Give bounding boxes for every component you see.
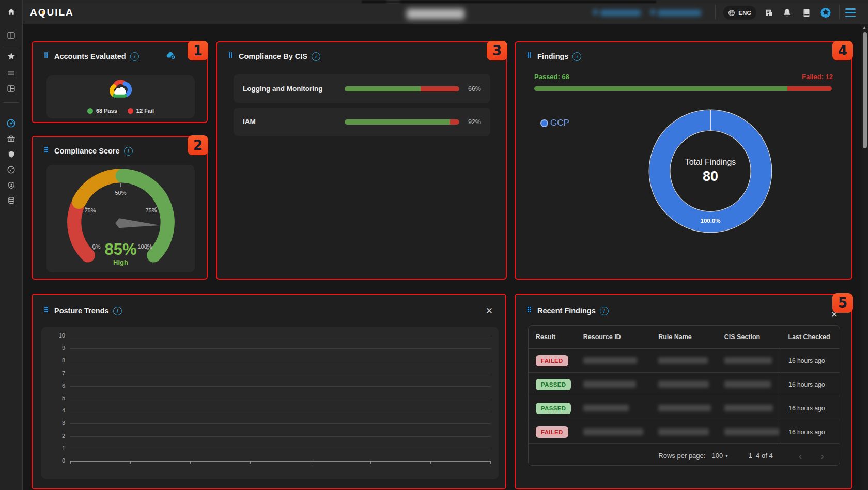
panel-title: Compliance Score (54, 147, 120, 155)
legend-label: 68 Pass (96, 108, 117, 114)
legend-dot (87, 108, 93, 114)
redacted-topbar-item[interactable] (600, 10, 641, 16)
layout-icon (7, 84, 16, 93)
x-axis-tick (430, 461, 431, 464)
sidebar-item-iam[interactable] (6, 180, 17, 190)
next-page-button[interactable]: › (814, 451, 830, 461)
y-axis-tick-label: 10 (52, 332, 65, 339)
sidebar-item-posture-active[interactable] (6, 118, 17, 128)
x-axis-tick (130, 461, 131, 464)
info-icon[interactable]: i (113, 307, 122, 315)
redacted-topbar-item[interactable] (658, 10, 701, 16)
donut-slice-label: 100.0% (700, 218, 720, 224)
info-icon[interactable]: i (124, 147, 133, 156)
cis-row: Logging and Monitoring 66% (234, 74, 490, 103)
donut-legend[interactable]: GCP (541, 118, 569, 128)
account-avatar[interactable] (820, 7, 831, 18)
panel-compliance-score: 2 Compliance Score i 0%25%50%75%100% 85%… (32, 136, 208, 280)
scrollbar-up-arrow[interactable]: ▲ (862, 25, 867, 30)
notifications-button[interactable] (781, 7, 793, 19)
bell-icon (783, 8, 792, 18)
close-posture-button[interactable]: ✕ (486, 307, 493, 315)
sidebar-item-security[interactable] (6, 149, 17, 159)
failed-count-label: Failed: 12 (802, 73, 833, 81)
drag-handle[interactable] (44, 307, 50, 315)
previous-page-button[interactable]: ‹ (793, 451, 809, 461)
gridline (70, 423, 490, 424)
scrollbar-thumb[interactable] (863, 32, 867, 148)
cis-compliance-bar (345, 119, 459, 125)
sidebar-item-list[interactable] (6, 68, 17, 78)
last-checked: 16 hours ago (788, 405, 825, 412)
gridline (70, 399, 490, 399)
redacted-rule-name (658, 381, 709, 388)
drag-handle[interactable] (229, 52, 235, 60)
info-icon[interactable]: i (130, 52, 139, 61)
panel-title: Compliance By CIS (239, 52, 307, 60)
sidebar-item-panels[interactable] (6, 30, 17, 40)
topbar-divider (839, 5, 840, 19)
table-row[interactable]: PASSED 16 hours ago (529, 373, 840, 396)
cis-rule-label: IAM (243, 118, 256, 126)
table-row[interactable]: FAILED 16 hours ago (529, 349, 840, 373)
cis-rows: Logging and Monitoring 66% IAM 92% (234, 74, 490, 141)
sidebar-item-layout[interactable] (6, 83, 17, 94)
sidebar-divider (3, 102, 19, 103)
gcp-logo (107, 78, 134, 102)
sidebar-item-favorites[interactable] (6, 51, 17, 62)
panel-accounts-evaluated: 1 Accounts Evaluated i (32, 41, 208, 123)
x-axis-tick (250, 461, 251, 464)
redacted-page-title (407, 9, 464, 19)
sidebar-item-compass[interactable] (6, 164, 17, 175)
x-axis-tick (370, 461, 371, 464)
shield-icon (7, 150, 16, 159)
column-header: Last Checked (781, 333, 840, 341)
x-axis-tick (190, 461, 191, 464)
redacted-resource-id (583, 428, 643, 435)
redacted-topbar-icon (650, 9, 656, 15)
sidebar-item-governance[interactable] (6, 133, 17, 144)
gridline (70, 336, 490, 336)
gcp-legend-dot (541, 120, 547, 126)
sidebar-item-data[interactable] (6, 195, 17, 206)
docs-button[interactable] (801, 7, 812, 19)
rows-per-page-select[interactable]: 100 ▾ (711, 452, 727, 460)
y-axis-tick-label: 1 (52, 445, 65, 451)
table-row[interactable]: FAILED 16 hours ago (529, 420, 840, 444)
drag-handle[interactable] (528, 52, 533, 60)
som-badge-5: 5 (832, 293, 853, 313)
table-row[interactable]: PASSED 16 hours ago (529, 396, 840, 420)
findings-fail-bar (787, 86, 832, 91)
language-selector[interactable]: ENG (723, 6, 756, 20)
y-axis-tick-label: 5 (52, 395, 65, 401)
organizations-button[interactable] (763, 7, 774, 19)
info-icon[interactable]: i (572, 52, 581, 61)
posture-chart-card: 109876543210 (41, 327, 499, 479)
result-badge: FAILED (536, 355, 568, 366)
gauge-tick-label: 25% (84, 207, 96, 213)
add-cloud-account-button[interactable] (165, 50, 177, 62)
panel-compliance-by-cis: 3 Compliance By CIS i Logging and Monito… (216, 41, 507, 280)
findings-pass-bar (534, 86, 787, 91)
pagination-range: 1–4 of 4 (749, 452, 773, 460)
home-icon (7, 7, 16, 17)
drag-handle[interactable] (44, 52, 50, 60)
column-header: Rule Name (651, 333, 717, 341)
info-icon[interactable]: i (312, 52, 320, 61)
column-header: Result (529, 333, 576, 341)
panel-title: Findings (537, 52, 568, 60)
drag-handle[interactable] (528, 307, 533, 315)
last-checked: 16 hours ago (788, 428, 825, 436)
cis-fail-segment (450, 119, 459, 125)
redacted-rule-name (658, 428, 709, 435)
sidebar-item-home[interactable] (6, 7, 17, 17)
drag-handle[interactable] (44, 147, 50, 155)
legend-item: 12 Fail (128, 108, 154, 114)
y-axis-tick-label: 3 (52, 420, 65, 426)
gridline (70, 348, 490, 349)
y-axis-tick-label: 9 (52, 345, 65, 351)
info-icon[interactable]: i (600, 307, 609, 315)
shield-user-icon (7, 181, 16, 190)
menu-button[interactable] (845, 8, 856, 17)
gridline (70, 411, 490, 411)
